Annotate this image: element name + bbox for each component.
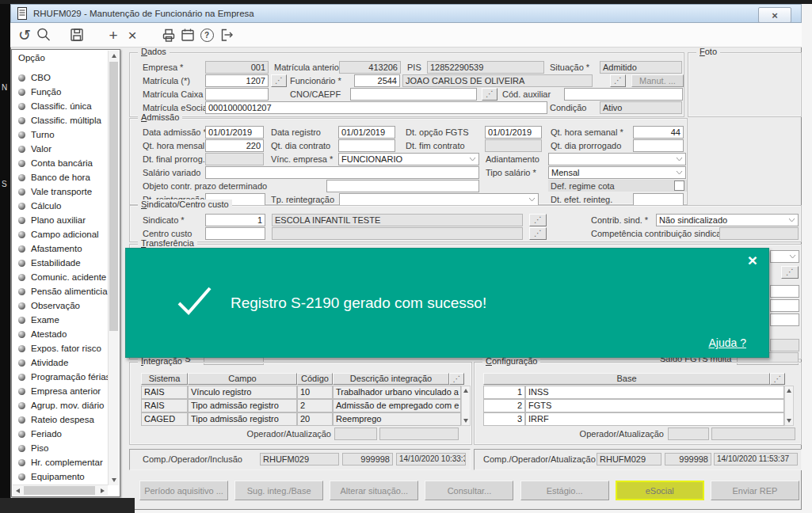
sidebar-item-vale-transporte[interactable]: Vale transporte [13, 184, 108, 199]
matricula-field[interactable]: 1207 [205, 74, 269, 87]
sidebar-item-turno[interactable]: Turno [13, 127, 108, 142]
cod-auxiliar-lookup-button[interactable]: ⋰ [482, 88, 497, 101]
sindicato-lookup-button[interactable]: ⋰ [529, 214, 547, 226]
table-cell[interactable]: INSS [525, 386, 784, 399]
qt-dia-prorrogado-field[interactable] [633, 139, 684, 152]
adiantamento-select[interactable] [548, 153, 686, 165]
calendar-icon[interactable] [178, 25, 197, 44]
table-cell[interactable]: IRRF [525, 412, 784, 426]
centro-custo-lookup-button[interactable]: ⋰ [529, 227, 547, 240]
estagio-button[interactable]: Estágio... [520, 481, 609, 500]
save-icon[interactable] [67, 25, 86, 44]
sidebar-item-feriado[interactable]: Feriado [13, 427, 108, 441]
integracao-lookup-button[interactable]: ⋰ [449, 373, 464, 385]
periodo-aquisitivo-button[interactable]: Período aquisitivo ... [139, 481, 228, 500]
qt-dia-contrato-field[interactable] [338, 139, 395, 152]
cod-auxiliar-field[interactable] [564, 88, 683, 101]
transferencia-field-stub[interactable] [770, 314, 799, 326]
sidebar-item-atestado[interactable]: Atestado [13, 327, 108, 341]
def-regime-cota-checkbox[interactable] [674, 180, 684, 191]
sidebar-item-valor[interactable]: Valor [13, 142, 108, 156]
sidebar-item-hr-complementar[interactable]: Hr. complementar [13, 455, 108, 469]
table-cell[interactable]: 3 [483, 412, 525, 426]
objeto-contr-field[interactable] [326, 180, 479, 192]
search-icon[interactable] [34, 25, 53, 44]
add-icon[interactable]: + [104, 25, 123, 44]
table-cell[interactable]: RAIS [141, 386, 188, 399]
cno-caepf-field[interactable] [350, 88, 477, 101]
scroll-down-icon[interactable] [461, 416, 470, 425]
manut-button[interactable]: Manut. ... [631, 74, 684, 87]
sindicato-field[interactable]: 1 [205, 214, 265, 226]
tipo-salario-select[interactable]: Mensal [548, 166, 686, 179]
alterar-situacao-button[interactable]: Alterar situação... [330, 481, 418, 500]
scroll-up-icon[interactable] [784, 386, 793, 395]
sidebar-item-pensao-alimenticia[interactable]: Pensão alimenticia [13, 284, 108, 298]
vinc-empresa-select[interactable]: FUNCIONARIO [338, 153, 479, 165]
scrollbar-thumb[interactable] [24, 486, 95, 495]
table-cell[interactable]: Trabalhador urbano vinculado a [333, 386, 461, 399]
toast-close-icon[interactable]: × [748, 252, 757, 268]
sidebar-item-cbo[interactable]: CBO [13, 70, 108, 85]
sidebar-item-classific-multipla[interactable]: Classific. múltipla [13, 113, 108, 127]
table-cell[interactable]: Reemprego [333, 412, 461, 426]
integracao-table-scrollbar[interactable] [461, 386, 471, 426]
table-cell[interactable]: Tipo admissão registro [188, 399, 297, 412]
sidebar-vertical-scrollbar[interactable] [108, 51, 119, 485]
exit-icon[interactable] [216, 25, 235, 44]
table-cell[interactable]: Vínculo registro [188, 386, 297, 399]
qt-hora-semanal-field[interactable]: 44 [633, 126, 684, 139]
sug-integ-base-button[interactable]: Sug. integ./Base [234, 481, 323, 500]
sidebar-item-classific-unica[interactable]: Classific. única [13, 99, 108, 113]
funcionario-lookup-button[interactable]: ⋰ [610, 74, 626, 87]
sidebar-item-programacao-ferias[interactable]: Programação férias [13, 370, 108, 384]
sidebar-item-empresa-anterior[interactable]: Empresa anterior [13, 384, 108, 398]
tp-reintegracao-select[interactable] [339, 193, 539, 206]
sidebar-item-plano-auxiliar[interactable]: Plano auxiliar [13, 213, 108, 227]
data-admissao-field[interactable]: 01/01/2019 [205, 126, 264, 139]
sidebar-item-afastamento[interactable]: Afastamento [13, 241, 108, 256]
consultar-button[interactable]: Consultar... [425, 481, 513, 500]
transferencia-select-stub[interactable] [770, 250, 799, 263]
data-registro-field[interactable]: 01/01/2019 [338, 126, 395, 139]
print-icon[interactable] [159, 25, 178, 44]
table-cell[interactable]: 20 [297, 412, 333, 426]
sidebar-item-agrup-mov-diario[interactable]: Agrup. mov. diário [13, 398, 108, 412]
table-cell[interactable]: Tipo admissão registro [188, 412, 297, 426]
col-campo-header[interactable]: Campo [188, 373, 297, 385]
scroll-left-icon[interactable] [13, 485, 23, 496]
esocial-button[interactable]: eSocial [616, 481, 704, 500]
sidebar-item-comunic-acidente[interactable]: Comunic. acidente [13, 270, 108, 284]
configuracao-lookup-button[interactable]: ⋰ [770, 373, 785, 385]
sidebar-item-campo-adicional[interactable]: Campo adicional [13, 227, 108, 241]
sidebar-item-rateio-despesa[interactable]: Rateio despesa [13, 412, 108, 427]
enviar-rep-button[interactable]: Enviar REP [711, 481, 799, 500]
window-close-button[interactable]: × [758, 7, 791, 23]
table-cell[interactable]: 2 [483, 399, 525, 412]
sidebar-item-equipamento[interactable]: Equipamento [13, 469, 108, 484]
contrib-sind-select[interactable]: Não sindicalizado [656, 214, 799, 226]
matricula-caixa-field[interactable] [205, 88, 269, 101]
sidebar-item-expos-fator-risco[interactable]: Expos. fator risco [13, 341, 108, 355]
funcionario-field[interactable]: 2544 [354, 74, 400, 87]
table-cell[interactable]: 2 [297, 399, 333, 412]
salario-variado-field[interactable] [205, 166, 479, 179]
table-cell[interactable]: Admissão de empregado com e [333, 399, 461, 412]
centro-custo-field[interactable] [205, 227, 265, 240]
scroll-down-icon[interactable] [784, 416, 793, 425]
configuracao-table-scrollbar[interactable] [784, 386, 794, 426]
sidebar-item-piso[interactable]: Piso [13, 441, 108, 455]
delete-icon[interactable]: × [123, 25, 142, 44]
sidebar-item-atividade[interactable]: Atividade [13, 355, 108, 370]
matricula-esocial-field[interactable]: 0001000001207 [205, 101, 547, 114]
col-sistema-header[interactable]: Sistema [141, 373, 188, 385]
help-icon[interactable]: ? [197, 25, 216, 44]
col-base-header[interactable]: Base [483, 373, 770, 385]
sidebar-item-funcao[interactable]: Função [13, 85, 108, 99]
undo-icon[interactable]: ↺ [15, 25, 34, 44]
sidebar-item-observacao[interactable]: Observação [13, 298, 108, 313]
dt-opcao-fgts-field[interactable]: 01/01/2019 [485, 126, 542, 139]
scroll-right-icon[interactable] [97, 485, 108, 496]
table-cell[interactable]: RAIS [141, 399, 188, 412]
col-descricao-header[interactable]: Descrição integração [333, 373, 449, 385]
